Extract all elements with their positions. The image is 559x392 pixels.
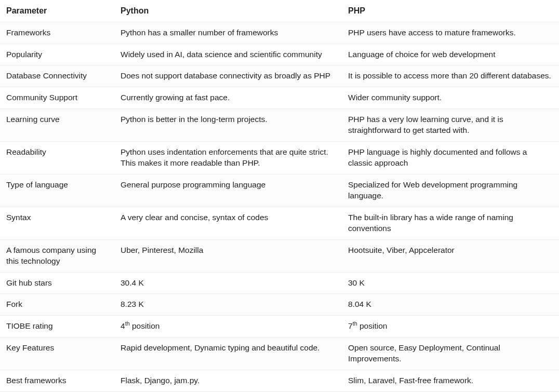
cell-parameter: Learning curve (0, 109, 114, 142)
table-row: Learning curvePython is better in the lo… (0, 109, 559, 142)
cell-php: 30 K (342, 272, 559, 294)
cell-python: Currently growing at fast pace. (114, 87, 342, 109)
cell-php: The built-in library has a wide range of… (342, 207, 559, 239)
cell-python: Flask, Django, jam.py. (114, 370, 342, 392)
cell-php: PHP users have access to mature framewor… (342, 22, 559, 44)
cell-parameter: Community Support (0, 87, 114, 109)
table-row: Database ConnectivityDoes not support da… (0, 65, 559, 87)
cell-php: Slim, Laravel, Fast-free framework. (342, 370, 559, 392)
cell-parameter: Popularity (0, 44, 114, 65)
cell-python: General purpose programming language (114, 174, 342, 207)
cell-python: Uber, Pinterest, Mozilla (114, 239, 342, 272)
cell-python: 8.23 K (114, 294, 342, 316)
cell-php: PHP has a very low learning curve, and i… (342, 109, 559, 142)
cell-php: Open source, Easy Deployment, Continual … (342, 337, 559, 370)
cell-php: 8.04 K (342, 294, 559, 316)
table-row: Best frameworksFlask, Django, jam.py.Sli… (0, 370, 559, 392)
table-header-row: Parameter Python PHP (0, 0, 559, 22)
cell-python: 4th position (114, 316, 342, 337)
header-python: Python (114, 0, 342, 22)
cell-parameter: TIOBE rating (0, 316, 114, 337)
cell-parameter: Best frameworks (0, 370, 114, 392)
table-row: PopularityWidely used in AI, data scienc… (0, 44, 559, 65)
cell-php: PHP language is highly documented and fo… (342, 142, 559, 174)
table-row: Community SupportCurrently growing at fa… (0, 87, 559, 109)
header-php: PHP (342, 0, 559, 22)
cell-python: Python has a smaller number of framework… (114, 22, 342, 44)
cell-python: Does not support database connectivity a… (114, 65, 342, 87)
cell-php: Specialized for Web development programm… (342, 174, 559, 207)
cell-parameter: Fork (0, 294, 114, 316)
cell-python: 30.4 K (114, 272, 342, 294)
cell-php: Language of choice for web development (342, 44, 559, 65)
cell-php: Hootsuite, Viber, Appcelerator (342, 239, 559, 272)
cell-parameter: Frameworks (0, 22, 114, 44)
cell-python: Python is better in the long-term projec… (114, 109, 342, 142)
cell-php: 7th position (342, 316, 559, 337)
cell-python: Rapid development, Dynamic typing and be… (114, 337, 342, 370)
table-row: Fork8.23 K8.04 K (0, 294, 559, 316)
cell-parameter: Key Features (0, 337, 114, 370)
cell-python: Python uses indentation enforcements tha… (114, 142, 342, 174)
table-row: Key FeaturesRapid development, Dynamic t… (0, 337, 559, 370)
cell-parameter: Syntax (0, 207, 114, 239)
table-row: SyntaxA very clear and concise, syntax o… (0, 207, 559, 239)
cell-python: Widely used in AI, data science and scie… (114, 44, 342, 65)
table-row: ReadabilityPython uses indentation enfor… (0, 142, 559, 174)
cell-parameter: A famous company using this technology (0, 239, 114, 272)
table-row: TIOBE rating4th position7th position (0, 316, 559, 337)
table-row: Git hub stars30.4 K30 K (0, 272, 559, 294)
cell-parameter: Git hub stars (0, 272, 114, 294)
table-row: A famous company using this technologyUb… (0, 239, 559, 272)
cell-parameter: Type of language (0, 174, 114, 207)
cell-php: It is possible to access more than 20 di… (342, 65, 559, 87)
cell-php: Wider community support. (342, 87, 559, 109)
cell-python: A very clear and concise, syntax of code… (114, 207, 342, 239)
table-row: FrameworksPython has a smaller number of… (0, 22, 559, 44)
header-parameter: Parameter (0, 0, 114, 22)
cell-parameter: Database Connectivity (0, 65, 114, 87)
comparison-table: Parameter Python PHP FrameworksPython ha… (0, 0, 559, 392)
cell-parameter: Readability (0, 142, 114, 174)
table-row: Type of languageGeneral purpose programm… (0, 174, 559, 207)
